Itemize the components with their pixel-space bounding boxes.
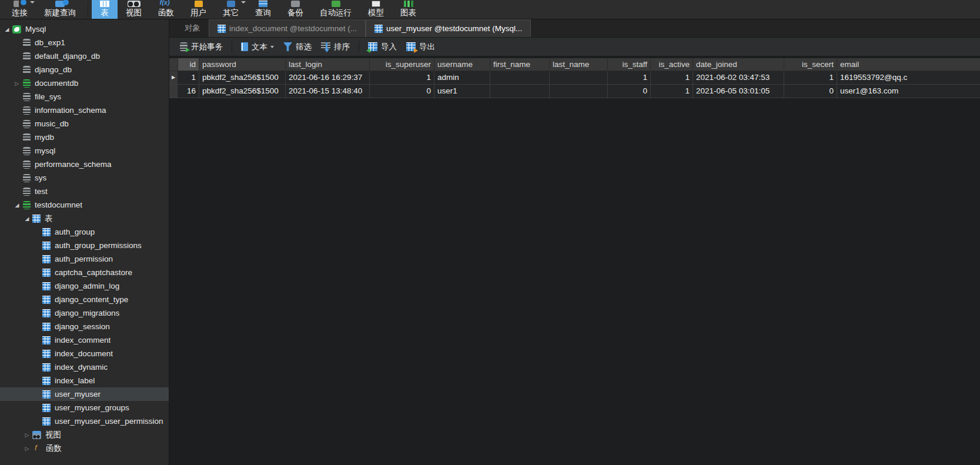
column-header-is_staff[interactable]: is_staff [608,58,651,71]
toolbar-button-automation[interactable]: 自动运行 [312,0,360,19]
table-toolbar-button-text[interactable]: 文本 [236,42,279,52]
column-header-id[interactable]: id [178,58,199,71]
tree-expander-icon[interactable] [14,81,21,86]
toolbar-button-function[interactable]: 函数 [150,0,182,19]
cell-is_superuser[interactable]: 0 [370,85,434,98]
cell-username[interactable]: admin [434,71,490,85]
tree-item-index_dynamic[interactable]: index_dynamic [0,360,169,374]
tree-expander-icon[interactable] [24,432,31,438]
cell-is_secert[interactable]: 1 [784,71,837,85]
cell-username[interactable]: user1 [434,85,490,98]
column-header-date_joined[interactable]: date_joined [693,58,784,71]
tree-item-django_migrations[interactable]: django_migrations [0,306,169,320]
column-header-last_name[interactable]: last_name [550,58,608,71]
column-header-is_superuser[interactable]: is_superuser [370,58,434,71]
tree-item-documentdb[interactable]: documentdb [0,76,169,90]
cell-first_name[interactable] [490,85,550,98]
table-toolbar-button-sort[interactable]: 排序 [316,42,354,52]
tree-item-mysql[interactable]: Mysql [0,22,169,36]
cell-is_secert[interactable]: 0 [784,85,837,98]
table-toolbar-button-begin-transaction[interactable]: 开始事务 [175,42,228,52]
cell-is_superuser[interactable]: 1 [370,71,434,85]
cell-id[interactable]: 1 [178,71,199,85]
column-header-password[interactable]: password [199,58,286,71]
tab-index_document[interactable]: index_document @testdocumnet (... [209,19,366,37]
tree-item-performance_schema[interactable]: performance_schema [0,158,169,171]
tree-expander-icon[interactable] [14,202,21,208]
tree-item--[interactable]: 视图 [0,428,169,441]
table-toolbar-button-import[interactable]: 导入 [363,42,402,52]
cell-first_name[interactable] [490,71,550,85]
tree-item-testdocumnet[interactable]: testdocumnet [0,198,169,212]
tree-item-sys[interactable]: sys [0,171,169,185]
cell-is_staff[interactable]: 0 [608,85,651,98]
tree-item-django_content_type[interactable]: django_content_type [0,293,169,306]
dropdown-caret-icon[interactable] [270,46,274,48]
cell-password[interactable]: pbkdf2_sha256$1500 [199,71,286,85]
tree-item-information_schema[interactable]: information_schema [0,103,169,117]
column-header-email[interactable]: email [837,58,980,71]
tree-item-index_label[interactable]: index_label [0,374,169,387]
toolbar-button-new-query[interactable]: 新建查询 [36,0,84,19]
cell-is_active[interactable]: 1 [651,71,693,85]
toolbar-button-chart[interactable]: 图表 [392,0,424,19]
cell-date_joined[interactable]: 2021-06-02 03:47:53 [693,71,784,85]
column-header-first_name[interactable]: first_name [490,58,550,71]
cell-date_joined[interactable]: 2021-06-05 03:01:05 [693,85,784,98]
tree-item-test[interactable]: test [0,185,169,198]
tree-item-mysql[interactable]: mysql [0,144,169,158]
tree-item-file_sys[interactable]: file_sys [0,90,169,103]
toolbar-button-query[interactable]: 查询 [247,0,279,19]
tree-item-django_session[interactable]: django_session [0,320,169,333]
tree-item-auth_group[interactable]: auth_group [0,225,169,239]
tree-item-mydb[interactable]: mydb [0,131,169,144]
cell-email[interactable]: user1@163.com [837,85,980,98]
tree-item-index_comment[interactable]: index_comment [0,333,169,347]
tree-item-user_myuser[interactable]: user_myuser [0,387,169,401]
column-header-last_login[interactable]: last_login [286,58,370,71]
column-header-is_active[interactable]: is_active [651,58,693,71]
tree-item-index_document[interactable]: index_document [0,347,169,360]
table-toolbar-button-filter[interactable]: 筛选 [279,42,316,52]
tree-expander-icon[interactable] [4,26,11,32]
cell-last_name[interactable] [550,85,608,98]
tab-user_myuser[interactable]: user_myuser @testdocumnet (Mysql... [366,19,531,37]
tree-item-user_myuser_user_permission[interactable]: user_myuser_user_permission [0,414,169,428]
toolbar-button-model[interactable]: 模型 [360,0,392,19]
toolbar-button-backup[interactable]: 备份 [279,0,312,19]
column-header-is_secert[interactable]: is_secert [784,58,837,71]
toolbar-button-connection[interactable]: 连接 [4,0,36,19]
row-selector[interactable] [169,85,178,98]
dropdown-caret-icon[interactable] [241,1,246,4]
cell-last_login[interactable]: 2021-06-16 16:29:37 [286,71,370,85]
dropdown-caret-icon[interactable] [30,1,35,4]
toolbar-button-other[interactable]: 其它 [215,0,247,19]
tree-expander-icon[interactable] [24,216,31,222]
tree-item-auth_permission[interactable]: auth_permission [0,252,169,266]
cell-last_name[interactable] [550,71,608,85]
cell-last_login[interactable]: 2021-06-15 13:48:40 [286,85,370,98]
row-selector[interactable]: ▶ [169,71,178,85]
tree-expander-icon[interactable] [24,446,31,451]
tree-item-auth_group_permissions[interactable]: auth_group_permissions [0,239,169,252]
tree-item-user_myuser_groups[interactable]: user_myuser_groups [0,401,169,414]
table-toolbar-button-export[interactable]: 导出 [402,42,440,52]
toolbar-button-user[interactable]: 用户 [182,0,215,19]
tree-item-django_db[interactable]: django_db [0,63,169,76]
tree-item--[interactable]: 表 [0,212,169,225]
tree-item-captcha_captchastore[interactable]: captcha_captchastore [0,266,169,279]
cell-is_staff[interactable]: 1 [608,71,651,85]
cell-is_active[interactable]: 1 [651,85,693,98]
column-header-username[interactable]: username [434,58,490,71]
cell-id[interactable]: 16 [178,85,199,98]
cell-password[interactable]: pbkdf2_sha256$1500 [199,85,286,98]
tab-objects[interactable]: 对象 [176,19,209,37]
toolbar-button-view[interactable]: 视图 [118,0,150,19]
toolbar-button-table[interactable]: 表 [92,0,118,19]
tree-item-music_db[interactable]: music_db [0,117,169,131]
tree-item-default_django_db[interactable]: default_django_db [0,49,169,63]
cell-email[interactable]: 1619553792@qq.c [837,71,980,85]
tree-item--[interactable]: 函数 [0,441,169,455]
tree-item-db_exp1[interactable]: db_exp1 [0,36,169,49]
tree-item-django_admin_log[interactable]: django_admin_log [0,279,169,293]
